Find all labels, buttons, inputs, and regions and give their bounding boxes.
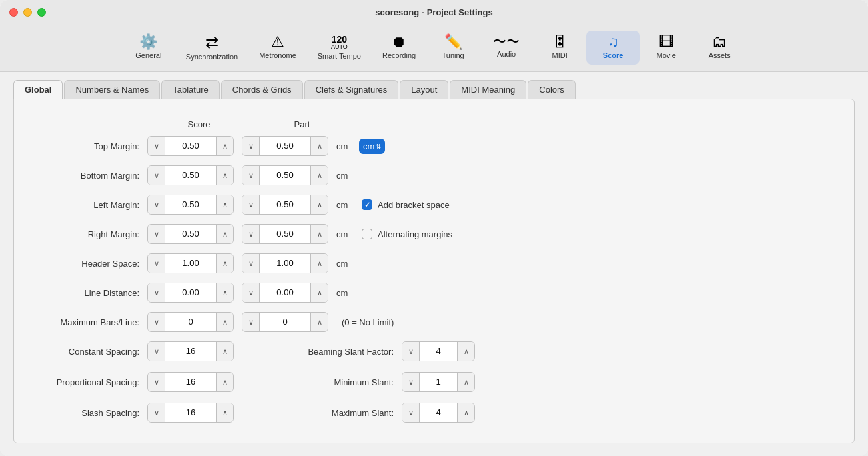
toolbar-item-tuning[interactable]: ✏️ Tuning [426,31,480,65]
max-bars-score-stepper[interactable]: ∨ 0 ∧ [147,312,234,332]
bottom-margin-part-up[interactable]: ∧ [310,166,328,185]
toolbar-item-audio[interactable]: 〜〜 Audio [480,31,533,65]
midi-icon: 🎛 [552,35,567,49]
tab-clefs-signatures[interactable]: Clefs & Signatures [304,80,399,99]
bottom-margin-part-stepper[interactable]: ∨ 0.50 ∧ [242,165,328,185]
tab-numbers-names[interactable]: Numbers & Names [64,80,160,99]
right-margin-score-val: 0.50 [165,225,216,243]
proportional-spacing-label: Proportional Spacing: [41,377,147,387]
right-margin-score-stepper[interactable]: ∨ 0.50 ∧ [147,224,234,244]
tab-panel-global: Score Part Top Margin: ∨ 0.50 ∧ ∨ 0.50 ∧… [13,99,855,443]
right-margin-score-down[interactable]: ∨ [148,225,165,243]
left-margin-score-stepper[interactable]: ∨ 0.50 ∧ [147,195,234,215]
toolbar-item-midi[interactable]: 🎛 MIDI [533,31,586,65]
bottom-margin-label: Bottom Margin: [41,171,147,181]
toolbar-item-assets[interactable]: 🗂 Assets [693,31,746,65]
top-margin-score-up[interactable]: ∧ [216,137,233,155]
line-distance-part-up[interactable]: ∧ [310,283,328,302]
proportional-spacing-down[interactable]: ∨ [148,373,165,391]
header-space-part-stepper[interactable]: ∨ 1.00 ∧ [242,253,328,273]
beaming-slant-up[interactable]: ∧ [457,342,474,361]
header-space-score-up[interactable]: ∧ [216,254,233,273]
close-button[interactable] [9,8,18,17]
beaming-slant-down[interactable]: ∨ [402,342,420,361]
slash-spacing-down[interactable]: ∨ [148,403,165,422]
left-margin-label: Left Margin: [41,200,147,210]
tab-tablature[interactable]: Tablature [161,80,219,99]
left-margin-score-down[interactable]: ∨ [148,195,165,214]
max-bars-score-down[interactable]: ∨ [148,313,165,331]
header-space-part-val: 1.00 [260,254,310,273]
max-slant-stepper[interactable]: ∨ 4 ∧ [402,403,475,423]
toolbar-item-movie[interactable]: 🎞 Movie [640,31,693,65]
alternating-checkbox[interactable] [362,229,372,239]
line-distance-score-up[interactable]: ∧ [216,283,233,302]
gear-icon: ⚙️ [139,35,157,49]
header-space-part-up[interactable]: ∧ [310,254,328,273]
slash-spacing-stepper[interactable]: ∨ 16 ∧ [147,403,234,423]
min-slant-down[interactable]: ∨ [402,373,420,391]
tab-midi-meaning[interactable]: MIDI Meaning [450,80,526,99]
right-margin-part-down[interactable]: ∨ [242,225,260,243]
toolbar-item-smart-tempo[interactable]: 120AUTO Smart Tempo [307,31,372,65]
max-bars-part-up[interactable]: ∧ [310,313,328,331]
left-margin-part-stepper[interactable]: ∨ 0.50 ∧ [242,195,328,215]
top-margin-part-stepper[interactable]: ∨ 0.50 ∧ [242,136,328,156]
max-bars-part-stepper[interactable]: ∨ 0 ∧ [242,312,328,332]
tab-global[interactable]: Global [13,80,63,99]
toolbar-item-general[interactable]: ⚙️ General [122,31,175,65]
bottom-margin-score-down[interactable]: ∨ [148,166,165,185]
left-margin-part-up[interactable]: ∧ [310,195,328,214]
bottom-right: Beaming Slant Factor: ∨ 4 ∧ Minimum Slan… [268,341,483,423]
toolbar-label-tuning: Tuning [442,51,464,59]
line-distance-score-down[interactable]: ∨ [148,283,165,302]
constant-spacing-down[interactable]: ∨ [148,342,165,361]
max-slant-down[interactable]: ∨ [402,403,420,422]
maximize-button[interactable] [37,8,46,17]
add-bracket-checkbox[interactable] [362,199,372,210]
bottom-margin-part-down[interactable]: ∨ [242,166,260,185]
left-margin-part-down[interactable]: ∨ [242,195,260,214]
tab-chords-grids[interactable]: Chords & Grids [221,80,303,99]
toolbar-item-synchronization[interactable]: ⇄ Synchronization [175,31,248,65]
proportional-spacing-stepper[interactable]: ∨ 16 ∧ [147,372,234,392]
header-space-score-down[interactable]: ∨ [148,254,165,273]
left-margin-score-up[interactable]: ∧ [216,195,233,214]
line-distance-part-down[interactable]: ∨ [242,283,260,302]
min-slant-label: Minimum Slant: [268,377,402,387]
min-slant-up[interactable]: ∧ [457,373,474,391]
bottom-margin-score-stepper[interactable]: ∨ 0.50 ∧ [147,165,234,185]
slash-spacing-up[interactable]: ∧ [216,403,233,422]
min-slant-stepper[interactable]: ∨ 1 ∧ [402,372,475,392]
toolbar-item-metronome[interactable]: ⚠ Metronome [248,31,307,65]
top-margin-score-stepper[interactable]: ∨ 0.50 ∧ [147,136,234,156]
right-margin-part-up[interactable]: ∧ [310,225,328,243]
metronome-icon: ⚠ [271,35,284,49]
minimize-button[interactable] [23,8,32,17]
toolbar-item-score[interactable]: ♫ Score [586,31,640,65]
max-slant-up[interactable]: ∧ [457,403,474,422]
top-margin-part-up[interactable]: ∧ [310,137,328,155]
right-margin-part-stepper[interactable]: ∨ 0.50 ∧ [242,224,328,244]
constant-spacing-stepper[interactable]: ∨ 16 ∧ [147,341,234,361]
top-margin-part-down[interactable]: ∨ [242,137,260,155]
constant-spacing-up[interactable]: ∧ [216,342,233,361]
unit-selector[interactable]: cm ⇅ [359,139,385,154]
proportional-spacing-up[interactable]: ∧ [216,373,233,391]
header-space-score-stepper[interactable]: ∨ 1.00 ∧ [147,253,234,273]
left-margin-row: Left Margin: ∨ 0.50 ∧ ∨ 0.50 ∧ cm Add br… [41,195,827,215]
top-margin-score-down[interactable]: ∨ [148,137,165,155]
tab-colors[interactable]: Colors [528,80,576,99]
tab-layout[interactable]: Layout [400,80,448,99]
bottom-margin-score-up[interactable]: ∧ [216,166,233,185]
right-margin-score-up[interactable]: ∧ [216,225,233,243]
max-bars-score-up[interactable]: ∧ [216,313,233,331]
line-distance-score-stepper[interactable]: ∨ 0.00 ∧ [147,283,234,303]
line-distance-part-stepper[interactable]: ∨ 0.00 ∧ [242,283,328,303]
beaming-slant-stepper[interactable]: ∨ 4 ∧ [402,341,475,361]
max-bars-part-down[interactable]: ∨ [242,313,260,331]
toolbar-item-recording[interactable]: ⏺ Recording [372,31,426,65]
bottom-margin-row: Bottom Margin: ∨ 0.50 ∧ ∨ 0.50 ∧ cm [41,165,827,185]
header-space-part-down[interactable]: ∨ [242,254,260,273]
bottom-section: Constant Spacing: ∨ 16 ∧ Proportional Sp… [41,341,827,423]
